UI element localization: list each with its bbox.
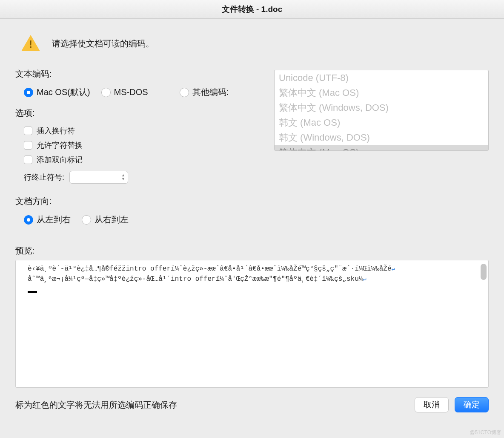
text-cursor: [28, 291, 37, 293]
window-titlebar: 文件转换 - 1.doc: [0, 0, 504, 19]
options-block: 选项: 插入换行符 允许字符替换 添加双向标记 行终止符号:: [15, 107, 274, 184]
encoding-radio-row: Mac OS(默认) MS-DOS 其他编码:: [24, 86, 274, 98]
stepper-icon: ▲▼: [121, 173, 125, 181]
radio-msdos[interactable]: MS-DOS: [101, 87, 148, 97]
checkbox-box: [24, 127, 32, 135]
list-item-selected[interactable]: 简体中文 (Mac OS): [275, 145, 488, 151]
return-mark-icon: ↵: [392, 265, 395, 272]
radio-msdos-indicator: [101, 88, 111, 97]
line-terminator-select[interactable]: ▲▼: [69, 171, 128, 184]
window-title: 文件转换 - 1.doc: [222, 4, 283, 15]
checkbox-allow-char-sub[interactable]: 允许字符替换: [24, 140, 274, 150]
radio-other-indicator: [180, 88, 189, 97]
encoding-listbox[interactable]: Unicode (UTF-8) 繁体中文 (Mac OS) 繁体中文 (Wind…: [274, 70, 489, 151]
list-item[interactable]: Unicode (UTF-8): [275, 70, 488, 85]
radio-rtl[interactable]: 从右到左: [82, 214, 129, 225]
preview-label: 预览:: [15, 245, 489, 256]
radio-rtl-label: 从右到左: [94, 214, 129, 225]
checkbox-add-bidi-marks[interactable]: 添加双向标记: [24, 155, 274, 165]
radio-macos-indicator: [24, 88, 33, 97]
radio-other[interactable]: 其他编码:: [180, 86, 229, 98]
alert-row: ! 请选择使文档可读的编码。: [21, 34, 489, 53]
dialog-content: ! 请选择使文档可读的编码。 文本编码: Mac OS(默认) MS-DOS 其…: [0, 19, 504, 419]
preview-line: åˆ™ä¸ªæ¬¡å¼¹çª—å‡ç»™å‡ºè¿žç»-åŒ…å¹´intro…: [28, 274, 476, 284]
checkbox-label: 插入换行符: [37, 126, 75, 136]
footer-note: 标为红色的文字将无法用所选编码正确保存: [15, 399, 177, 411]
list-item[interactable]: 韩文 (Windows, DOS): [275, 130, 488, 145]
line-terminator-label: 行终止符号:: [24, 172, 64, 182]
line-terminator-row: 行终止符号: ▲▼: [24, 171, 274, 184]
ok-button[interactable]: 确定: [455, 397, 489, 412]
radio-macos[interactable]: Mac OS(默认): [24, 86, 90, 98]
list-item[interactable]: 繁体中文 (Windows, DOS): [275, 100, 488, 115]
watermark: @51CTO博客: [470, 429, 501, 436]
checkbox-label: 允许字符替换: [37, 140, 83, 150]
alert-prompt: 请选择使文档可读的编码。: [52, 38, 154, 49]
preview-box[interactable]: è‹¥ä¸ºè´-ä¹°è¿‡å…¶å®féžžintro offerï¼ˆè¿…: [15, 260, 489, 388]
list-item[interactable]: 韩文 (Mac OS): [275, 115, 488, 130]
radio-ltr-indicator: [24, 215, 33, 225]
direction-section-label: 文档方向:: [15, 196, 274, 207]
radio-ltr[interactable]: 从左到右: [24, 214, 71, 225]
list-item[interactable]: 繁体中文 (Mac OS): [275, 85, 488, 100]
checkbox-box: [24, 156, 32, 164]
scrollbar-thumb[interactable]: [481, 264, 487, 280]
dialog-footer: 标为红色的文字将无法用所选编码正确保存 取消 确定: [15, 397, 489, 412]
direction-radio-row: 从左到右 从右到左: [24, 214, 274, 225]
checkbox-insert-linebreaks[interactable]: 插入换行符: [24, 126, 274, 136]
checkbox-label: 添加双向标记: [37, 155, 83, 165]
checkbox-box: [24, 141, 32, 150]
encoding-section-label: 文本编码:: [15, 68, 274, 80]
direction-section: 文档方向: 从左到右 从右到左: [15, 196, 274, 225]
options-section-label: 选项:: [15, 107, 274, 119]
radio-rtl-indicator: [82, 215, 91, 225]
button-row: 取消 确定: [415, 397, 489, 412]
return-mark-icon: ↵: [363, 276, 366, 282]
cancel-button[interactable]: 取消: [415, 397, 449, 412]
preview-line: è‹¥ä¸ºè´-ä¹°è¿‡å…¶å®féžžintro offerï¼ˆè¿…: [28, 264, 476, 274]
radio-ltr-label: 从左到右: [37, 214, 71, 225]
radio-other-label: 其他编码:: [192, 86, 229, 98]
warning-icon: !: [21, 34, 40, 53]
encoding-row: 文本编码: Mac OS(默认) MS-DOS 其他编码: 选项:: [15, 68, 489, 235]
radio-macos-label: Mac OS(默认): [37, 86, 90, 98]
radio-msdos-label: MS-DOS: [114, 87, 148, 97]
